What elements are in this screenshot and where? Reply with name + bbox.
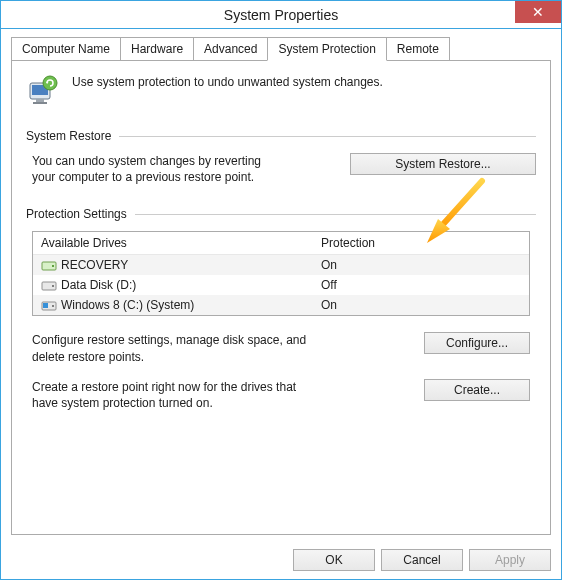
create-text: Create a restore point right now for the… (32, 379, 322, 411)
content-area: Computer Name Hardware Advanced System P… (1, 29, 561, 541)
table-row[interactable]: RECOVERY On (33, 255, 529, 275)
tab-panel: Use system protection to undo unwanted s… (11, 60, 551, 535)
system-properties-window: System Properties ✕ Computer Name Hardwa… (0, 0, 562, 580)
drives-body: RECOVERY On Data Disk (D:) Off (33, 255, 529, 315)
close-icon: ✕ (532, 4, 544, 20)
tabs: Computer Name Hardware Advanced System P… (11, 37, 551, 61)
drive-name: RECOVERY (61, 258, 128, 272)
drive-protection: On (321, 258, 521, 272)
tab-advanced[interactable]: Advanced (193, 37, 268, 61)
tab-remote[interactable]: Remote (386, 37, 450, 61)
protection-settings-heading: Protection Settings (26, 207, 127, 221)
tab-hardware[interactable]: Hardware (120, 37, 194, 61)
drive-icon (41, 277, 57, 293)
create-row: Create a restore point right now for the… (26, 377, 536, 423)
table-row[interactable]: Windows 8 (C:) (System) On (33, 295, 529, 315)
ok-button[interactable]: OK (293, 549, 375, 571)
drive-name: Windows 8 (C:) (System) (61, 298, 194, 312)
drive-icon (41, 297, 57, 313)
apply-button[interactable]: Apply (469, 549, 551, 571)
drives-table: Available Drives Protection RECOVERY On (32, 231, 530, 316)
system-restore-section: System Restore You can undo system chang… (26, 129, 536, 185)
titlebar: System Properties ✕ (1, 1, 561, 29)
tab-system-protection[interactable]: System Protection (267, 37, 386, 61)
drive-icon (41, 257, 57, 273)
restore-row: You can undo system changes by reverting… (26, 153, 536, 185)
intro-text: Use system protection to undo unwanted s… (72, 73, 383, 89)
configure-row: Configure restore settings, manage disk … (26, 330, 536, 376)
cancel-button[interactable]: Cancel (381, 549, 463, 571)
drive-name: Data Disk (D:) (61, 278, 136, 292)
system-restore-button[interactable]: System Restore... (350, 153, 536, 175)
divider (119, 136, 536, 137)
window-title: System Properties (224, 7, 338, 23)
group-header-protection: Protection Settings (26, 207, 536, 221)
drives-header: Available Drives Protection (33, 232, 529, 255)
system-restore-text: You can undo system changes by reverting… (32, 153, 282, 185)
close-button[interactable]: ✕ (515, 1, 561, 23)
drive-protection: On (321, 298, 521, 312)
svg-point-4 (43, 76, 57, 90)
svg-rect-6 (52, 265, 54, 267)
column-header-drives[interactable]: Available Drives (33, 232, 313, 254)
svg-rect-3 (33, 102, 47, 104)
configure-button[interactable]: Configure... (424, 332, 530, 354)
configure-text: Configure restore settings, manage disk … (32, 332, 322, 364)
svg-rect-10 (43, 303, 48, 308)
table-row[interactable]: Data Disk (D:) Off (33, 275, 529, 295)
svg-rect-2 (36, 99, 44, 102)
drive-protection: Off (321, 278, 521, 292)
group-header-restore: System Restore (26, 129, 536, 143)
intro-row: Use system protection to undo unwanted s… (26, 73, 536, 109)
dialog-buttons: OK Cancel Apply (1, 541, 561, 579)
column-header-protection[interactable]: Protection (313, 232, 529, 254)
system-restore-heading: System Restore (26, 129, 111, 143)
system-protection-icon (26, 73, 62, 109)
svg-rect-11 (52, 305, 54, 307)
svg-rect-8 (52, 285, 54, 287)
create-button[interactable]: Create... (424, 379, 530, 401)
tab-computer-name[interactable]: Computer Name (11, 37, 121, 61)
protection-settings-section: Protection Settings Available Drives Pro… (26, 207, 536, 423)
divider (135, 214, 536, 215)
